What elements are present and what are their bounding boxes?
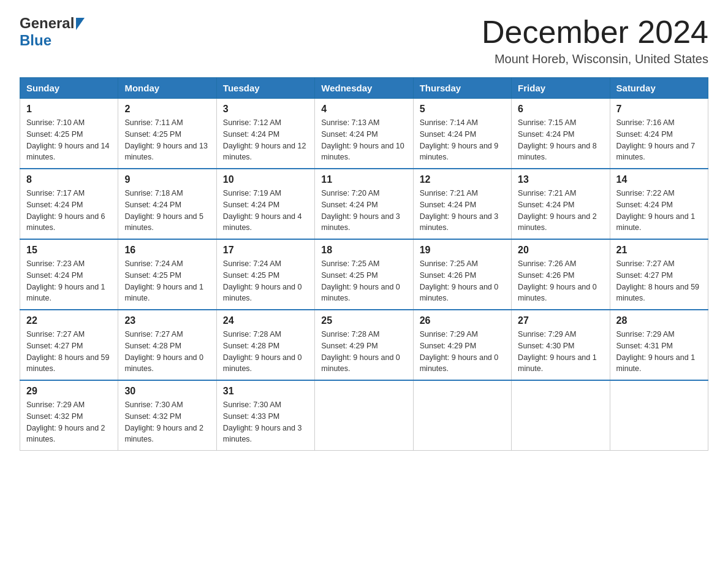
day-info: Sunrise: 7:14 AMSunset: 4:24 PMDaylight:… xyxy=(420,118,499,161)
day-number: 4 xyxy=(321,104,406,115)
day-info: Sunrise: 7:13 AMSunset: 4:24 PMDaylight:… xyxy=(321,118,404,161)
weekday-header-wednesday: Wednesday xyxy=(315,78,413,99)
calendar-cell: 1 Sunrise: 7:10 AMSunset: 4:25 PMDayligh… xyxy=(20,99,118,169)
calendar-cell: 17 Sunrise: 7:24 AMSunset: 4:25 PMDaylig… xyxy=(216,239,314,310)
weekday-header-monday: Monday xyxy=(118,78,216,99)
calendar-cell: 28 Sunrise: 7:29 AMSunset: 4:31 PMDaylig… xyxy=(610,310,708,380)
day-number: 12 xyxy=(420,174,505,185)
day-number: 7 xyxy=(616,104,702,115)
day-number: 25 xyxy=(321,315,406,326)
day-info: Sunrise: 7:30 AMSunset: 4:32 PMDaylight:… xyxy=(124,400,203,443)
day-number: 16 xyxy=(124,245,210,256)
calendar-cell: 22 Sunrise: 7:27 AMSunset: 4:27 PMDaylig… xyxy=(20,310,118,380)
day-number: 19 xyxy=(420,245,505,256)
calendar-cell xyxy=(610,380,708,451)
calendar-cell: 24 Sunrise: 7:28 AMSunset: 4:28 PMDaylig… xyxy=(216,310,314,380)
day-info: Sunrise: 7:28 AMSunset: 4:29 PMDaylight:… xyxy=(321,330,400,373)
day-number: 21 xyxy=(616,245,702,256)
calendar-cell: 26 Sunrise: 7:29 AMSunset: 4:29 PMDaylig… xyxy=(413,310,511,380)
day-info: Sunrise: 7:22 AMSunset: 4:24 PMDaylight:… xyxy=(616,189,696,232)
calendar-cell: 30 Sunrise: 7:30 AMSunset: 4:32 PMDaylig… xyxy=(118,380,216,451)
page-header: General Blue December 2024 Mount Horeb, … xyxy=(20,15,708,66)
calendar-cell: 7 Sunrise: 7:16 AMSunset: 4:24 PMDayligh… xyxy=(610,99,708,169)
day-number: 10 xyxy=(223,174,308,185)
day-info: Sunrise: 7:24 AMSunset: 4:25 PMDaylight:… xyxy=(223,259,302,302)
day-info: Sunrise: 7:29 AMSunset: 4:31 PMDaylight:… xyxy=(616,330,696,373)
day-number: 14 xyxy=(616,174,702,185)
day-info: Sunrise: 7:11 AMSunset: 4:25 PMDaylight:… xyxy=(124,118,208,161)
calendar-cell: 16 Sunrise: 7:24 AMSunset: 4:25 PMDaylig… xyxy=(118,239,216,310)
calendar-cell xyxy=(315,380,413,451)
logo: General Blue xyxy=(20,15,85,49)
calendar-cell xyxy=(413,380,511,451)
day-info: Sunrise: 7:27 AMSunset: 4:27 PMDaylight:… xyxy=(616,259,700,302)
calendar-cell: 13 Sunrise: 7:21 AMSunset: 4:24 PMDaylig… xyxy=(512,169,610,239)
day-info: Sunrise: 7:20 AMSunset: 4:24 PMDaylight:… xyxy=(321,189,400,232)
day-info: Sunrise: 7:30 AMSunset: 4:33 PMDaylight:… xyxy=(223,400,302,443)
day-info: Sunrise: 7:19 AMSunset: 4:24 PMDaylight:… xyxy=(223,189,302,232)
calendar-body: 1 Sunrise: 7:10 AMSunset: 4:25 PMDayligh… xyxy=(20,99,708,451)
calendar-cell: 10 Sunrise: 7:19 AMSunset: 4:24 PMDaylig… xyxy=(216,169,314,239)
day-number: 23 xyxy=(124,315,210,326)
calendar-week-row: 22 Sunrise: 7:27 AMSunset: 4:27 PMDaylig… xyxy=(20,310,708,380)
calendar-week-row: 1 Sunrise: 7:10 AMSunset: 4:25 PMDayligh… xyxy=(20,99,708,169)
day-number: 5 xyxy=(420,104,505,115)
calendar-week-row: 8 Sunrise: 7:17 AMSunset: 4:24 PMDayligh… xyxy=(20,169,708,239)
day-number: 27 xyxy=(518,315,603,326)
calendar-cell: 9 Sunrise: 7:18 AMSunset: 4:24 PMDayligh… xyxy=(118,169,216,239)
day-info: Sunrise: 7:28 AMSunset: 4:28 PMDaylight:… xyxy=(223,330,302,373)
calendar-cell: 14 Sunrise: 7:22 AMSunset: 4:24 PMDaylig… xyxy=(610,169,708,239)
day-info: Sunrise: 7:10 AMSunset: 4:25 PMDaylight:… xyxy=(26,118,110,161)
calendar-cell: 2 Sunrise: 7:11 AMSunset: 4:25 PMDayligh… xyxy=(118,99,216,169)
calendar-cell: 3 Sunrise: 7:12 AMSunset: 4:24 PMDayligh… xyxy=(216,99,314,169)
day-number: 31 xyxy=(223,386,308,397)
day-info: Sunrise: 7:25 AMSunset: 4:25 PMDaylight:… xyxy=(321,259,400,302)
calendar-cell: 12 Sunrise: 7:21 AMSunset: 4:24 PMDaylig… xyxy=(413,169,511,239)
weekday-header-friday: Friday xyxy=(512,78,610,99)
day-number: 2 xyxy=(124,104,210,115)
day-number: 24 xyxy=(223,315,308,326)
day-info: Sunrise: 7:27 AMSunset: 4:27 PMDaylight:… xyxy=(26,330,110,373)
day-number: 3 xyxy=(223,104,308,115)
logo-blue-text: Blue xyxy=(20,32,85,49)
calendar-cell: 19 Sunrise: 7:25 AMSunset: 4:26 PMDaylig… xyxy=(413,239,511,310)
weekday-header-sunday: Sunday xyxy=(20,78,118,99)
calendar-cell: 8 Sunrise: 7:17 AMSunset: 4:24 PMDayligh… xyxy=(20,169,118,239)
weekday-header-row: SundayMondayTuesdayWednesdayThursdayFrid… xyxy=(20,78,708,99)
day-number: 18 xyxy=(321,245,406,256)
day-number: 15 xyxy=(26,245,112,256)
day-number: 28 xyxy=(616,315,702,326)
day-info: Sunrise: 7:21 AMSunset: 4:24 PMDaylight:… xyxy=(518,189,597,232)
day-info: Sunrise: 7:16 AMSunset: 4:24 PMDaylight:… xyxy=(616,118,696,161)
day-number: 30 xyxy=(124,386,210,397)
calendar-cell: 5 Sunrise: 7:14 AMSunset: 4:24 PMDayligh… xyxy=(413,99,511,169)
calendar-cell: 23 Sunrise: 7:27 AMSunset: 4:28 PMDaylig… xyxy=(118,310,216,380)
calendar-cell: 11 Sunrise: 7:20 AMSunset: 4:24 PMDaylig… xyxy=(315,169,413,239)
weekday-header-thursday: Thursday xyxy=(413,78,511,99)
day-info: Sunrise: 7:12 AMSunset: 4:24 PMDaylight:… xyxy=(223,118,306,161)
day-number: 29 xyxy=(26,386,112,397)
title-block: December 2024 Mount Horeb, Wisconsin, Un… xyxy=(482,15,708,66)
calendar-cell: 25 Sunrise: 7:28 AMSunset: 4:29 PMDaylig… xyxy=(315,310,413,380)
day-info: Sunrise: 7:15 AMSunset: 4:24 PMDaylight:… xyxy=(518,118,597,161)
day-number: 17 xyxy=(223,245,308,256)
calendar-cell: 6 Sunrise: 7:15 AMSunset: 4:24 PMDayligh… xyxy=(512,99,610,169)
day-number: 9 xyxy=(124,174,210,185)
calendar-cell: 18 Sunrise: 7:25 AMSunset: 4:25 PMDaylig… xyxy=(315,239,413,310)
calendar-table: SundayMondayTuesdayWednesdayThursdayFrid… xyxy=(20,77,708,451)
day-number: 6 xyxy=(518,104,603,115)
calendar-cell: 15 Sunrise: 7:23 AMSunset: 4:24 PMDaylig… xyxy=(20,239,118,310)
day-number: 8 xyxy=(26,174,112,185)
calendar-header: SundayMondayTuesdayWednesdayThursdayFrid… xyxy=(20,78,708,99)
day-number: 26 xyxy=(420,315,505,326)
day-info: Sunrise: 7:25 AMSunset: 4:26 PMDaylight:… xyxy=(420,259,499,302)
calendar-cell xyxy=(512,380,610,451)
day-info: Sunrise: 7:23 AMSunset: 4:24 PMDaylight:… xyxy=(26,259,105,302)
day-info: Sunrise: 7:24 AMSunset: 4:25 PMDaylight:… xyxy=(124,259,203,302)
logo-general-text: General xyxy=(20,15,74,32)
day-info: Sunrise: 7:29 AMSunset: 4:30 PMDaylight:… xyxy=(518,330,597,373)
calendar-cell: 21 Sunrise: 7:27 AMSunset: 4:27 PMDaylig… xyxy=(610,239,708,310)
day-number: 13 xyxy=(518,174,603,185)
day-number: 1 xyxy=(26,104,112,115)
calendar-cell: 29 Sunrise: 7:29 AMSunset: 4:32 PMDaylig… xyxy=(20,380,118,451)
